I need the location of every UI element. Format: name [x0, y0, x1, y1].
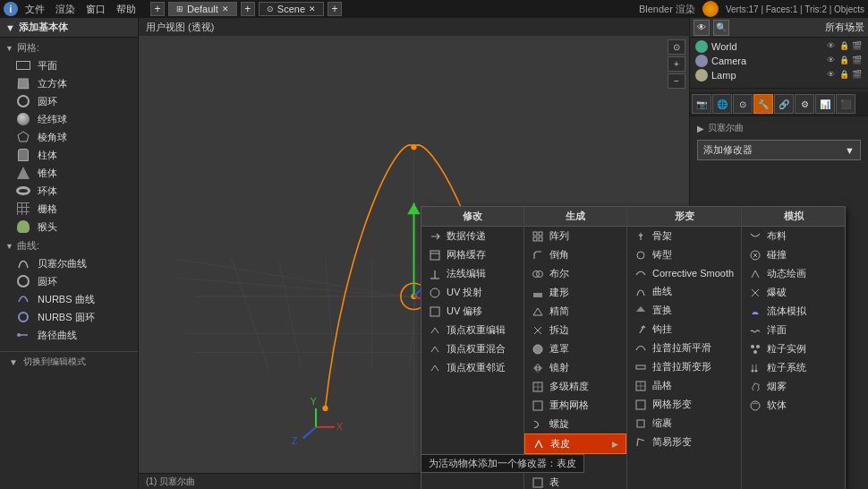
tab-materials[interactable]: ⬛ — [836, 94, 855, 114]
add-modifier-button[interactable]: 添加修改器 ▼ — [697, 140, 861, 160]
dd-item-vertex-weight-proximity[interactable]: 顶点权重邻近 — [421, 358, 523, 377]
dd-item-mirror[interactable]: 镜射 — [524, 358, 626, 377]
dd-item-displace[interactable]: 置换 — [627, 301, 741, 320]
dd-item-explode[interactable]: 爆破 — [742, 283, 845, 302]
sidebar-item-nurbs-curve[interactable]: NURBS 曲线 — [0, 290, 138, 308]
dd-item-skin[interactable]: 表皮 ▶ — [524, 433, 626, 454]
dd-item-array[interactable]: 阵列 — [524, 227, 626, 245]
uvsphere-icon — [14, 112, 32, 126]
scene-item-world[interactable]: World 👁 🔒 🎬 — [692, 39, 866, 54]
lamp-render[interactable]: 🎬 — [852, 70, 863, 81]
sidebar-item-cylinder[interactable]: 柱体 — [0, 146, 138, 164]
tab-default[interactable]: ⊞ Default ✕ — [168, 2, 237, 16]
world-render[interactable]: 🎬 — [852, 41, 863, 52]
world-lock[interactable]: 🔒 — [839, 41, 850, 52]
tab-add-left[interactable]: + — [150, 2, 165, 16]
sidebar-item-edit-mode[interactable]: ▼ 切换到编辑模式 — [0, 351, 138, 372]
lamp-eye[interactable]: 👁 — [827, 70, 838, 81]
dd-item-uv-warp[interactable]: UV 偏移 — [421, 302, 523, 321]
dd-item-decimate[interactable]: 精简 — [524, 302, 626, 321]
dd-item-cloth[interactable]: 布料 — [742, 227, 845, 245]
tab-data[interactable]: 📊 — [815, 94, 835, 114]
tab-render[interactable]: 📷 — [692, 94, 711, 114]
dd-item-multires[interactable]: 多级精度 — [524, 377, 626, 396]
dd-item-lattice[interactable]: 晶格 — [627, 376, 741, 395]
viewport-zoom-in[interactable]: + — [668, 56, 685, 72]
dd-item-dynamic-paint[interactable]: 动态绘画 — [742, 264, 845, 283]
tab-scene[interactable]: ⊙ Scene ✕ — [259, 2, 324, 16]
dd-item-mask[interactable]: 遮罩 — [524, 339, 626, 358]
dd-item-corrective-smooth[interactable]: Corrective Smooth — [627, 264, 741, 282]
tab-constraints[interactable]: 🔗 — [774, 94, 794, 114]
dd-item-boolean[interactable]: 布尔 — [524, 264, 626, 283]
sidebar-item-path[interactable]: 路径曲线 — [0, 326, 138, 344]
scene-item-camera[interactable]: Camera 👁 🔒 🎬 — [692, 54, 866, 68]
scene-item-lamp[interactable]: Lamp 👁 🔒 🎬 — [692, 68, 866, 82]
dd-item-mesh-cache[interactable]: 网格缓存 — [421, 245, 523, 264]
circle-icon — [14, 94, 32, 108]
dd-item-ocean[interactable]: 洋面 — [742, 321, 845, 339]
dd-item-remesh[interactable]: 重构网格 — [524, 396, 626, 415]
dd-item-shrinkwrap[interactable]: 缩裹 — [627, 414, 741, 433]
sidebar-item-cone[interactable]: 锥体 — [0, 164, 138, 182]
dd-item-vertex-weight-edit[interactable]: 顶点权重编辑 — [421, 321, 523, 339]
world-eye[interactable]: 👁 — [827, 41, 838, 52]
sidebar-item-bezier-curve[interactable]: 贝塞尔曲线 — [0, 254, 138, 272]
viewport-numpad-5[interactable]: ⊙ — [668, 39, 685, 55]
sidebar-item-grid[interactable]: 栅格 — [0, 200, 138, 218]
dd-item-bevel[interactable]: 倒角 — [524, 245, 626, 264]
dd-item-screw[interactable]: 螺旋 — [524, 415, 626, 433]
dd-item-simple-deform[interactable]: 简易形变 — [627, 433, 741, 451]
dd-item-armature[interactable]: 骨架 — [627, 227, 741, 245]
dd-item-normal-edit[interactable]: 法线编辑 — [421, 264, 523, 283]
dd-item-build[interactable]: 建形 — [524, 283, 626, 302]
camera-eye[interactable]: 👁 — [827, 56, 838, 66]
rp-btn-search[interactable]: 🔍 — [713, 20, 729, 36]
dd-item-uv-project[interactable]: UV 投射 — [421, 283, 523, 302]
dd-item-laplacian-smooth[interactable]: 拉普拉斯平滑 — [627, 339, 741, 357]
tab-add-after-default[interactable]: + — [241, 2, 255, 16]
dd-item-softbody[interactable]: 软体 — [742, 396, 845, 415]
collision-icon — [749, 249, 762, 262]
camera-lock[interactable]: 🔒 — [839, 56, 850, 66]
camera-render[interactable]: 🎬 — [852, 56, 863, 66]
lamp-lock[interactable]: 🔒 — [839, 70, 850, 81]
dd-item-laplacian-deform[interactable]: 拉普拉斯变形 — [627, 357, 741, 376]
menu-render[interactable]: 渲染 — [55, 3, 75, 16]
collapse-icon[interactable]: ▼ — [5, 22, 15, 33]
menu-help[interactable]: 帮助 — [116, 3, 136, 16]
sidebar-item-nurbs-circle[interactable]: NURBS 圆环 — [0, 308, 138, 326]
dd-item-vertex-weight-mix[interactable]: 顶点权重混合 — [421, 339, 523, 358]
tab-add-after-scene[interactable]: + — [328, 2, 342, 16]
svg-rect-41 — [533, 232, 537, 236]
rp-btn-view[interactable]: 👁 — [694, 20, 710, 36]
sidebar-item-uvsphere[interactable]: 经纬球 — [0, 110, 138, 128]
tab-object[interactable]: 🔧 — [753, 94, 773, 114]
sidebar-item-monkey[interactable]: 猴头 — [0, 218, 138, 236]
sidebar-item-circle[interactable]: 圆环 — [0, 92, 138, 110]
sidebar-item-bezier-circle[interactable]: 圆环 — [0, 272, 138, 290]
sidebar-item-plane[interactable]: 平面 — [0, 56, 138, 74]
blender-info-icon[interactable]: i — [4, 2, 18, 16]
dd-item-cast[interactable]: 铸型 — [627, 245, 741, 264]
menu-file[interactable]: 文件 — [25, 3, 45, 16]
tab-scene[interactable]: 🌐 — [712, 94, 732, 114]
tab-world[interactable]: ⊙ — [733, 94, 753, 114]
dd-item-particle-instance[interactable]: 粒子实例 — [742, 339, 845, 358]
sidebar-item-cube[interactable]: 立方体 — [0, 74, 138, 92]
sidebar-item-torus[interactable]: 环体 — [0, 182, 138, 200]
dd-item-edge-split[interactable]: 拆边 — [524, 321, 626, 339]
dd-item-subdivision[interactable]: 表 — [524, 473, 626, 489]
dd-item-collision[interactable]: 碰撞 — [742, 245, 845, 264]
sidebar-item-icosphere[interactable]: 棱角球 — [0, 128, 138, 146]
dd-item-curve[interactable]: 曲线 — [627, 282, 741, 301]
dd-item-fluid[interactable]: 流体模拟 — [742, 302, 845, 321]
dd-item-data-transfer[interactable]: 数据传递 — [421, 227, 523, 245]
viewport-zoom-out[interactable]: − — [668, 73, 685, 89]
dd-item-mesh-deform[interactable]: 网格形变 — [627, 395, 741, 414]
menu-window[interactable]: 窗口 — [86, 3, 106, 16]
dd-item-hook[interactable]: 钩挂 — [627, 320, 741, 339]
dd-item-particle-system[interactable]: 粒子系统 — [742, 358, 845, 377]
tab-modifiers[interactable]: ⚙ — [795, 94, 814, 114]
dd-item-smoke[interactable]: 烟雾 — [742, 377, 845, 396]
